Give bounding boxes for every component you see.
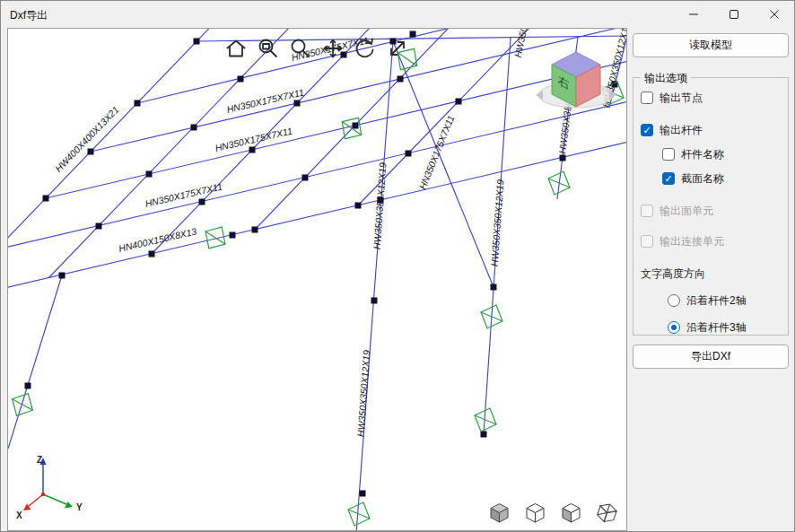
checkbox-box	[662, 172, 675, 185]
close-button[interactable]	[754, 1, 794, 28]
shaded-cube-icon	[487, 501, 511, 525]
beam-labels: HN350X175X7X11 HN350X175X7X11 HN350X175X…	[53, 29, 626, 437]
radio-circle	[668, 294, 680, 307]
close-icon	[769, 9, 780, 20]
radio-along-member-axis3[interactable]: 沿着杆件3轴	[668, 320, 781, 335]
beam-label: HW350X350X12X19	[371, 162, 389, 250]
home-icon	[224, 37, 248, 60]
checkbox-box	[662, 148, 675, 161]
beam-lines	[8, 29, 626, 530]
text-height-direction-label: 文字高度方向	[641, 266, 781, 281]
axis-x-label: X	[16, 510, 22, 520]
pan-button[interactable]	[321, 37, 345, 60]
viewport-toolbar	[224, 37, 409, 60]
beam-label: HW350X350X12X19	[489, 179, 506, 267]
radio-label: 沿着杆件3轴	[686, 320, 747, 336]
fit-view-button[interactable]	[386, 37, 409, 60]
wireframe-scene: HN350X175X7X11 HN350X175X7X11 HN350X175X…	[8, 29, 626, 530]
beam-label: HN350X175X7X11	[144, 180, 223, 208]
wireframe-cube-icon	[595, 501, 619, 525]
checkbox-box	[641, 92, 653, 104]
output-options-group: 输出选项 输出节点 输出杆件 杆件名称 截面名称 输出面单元	[633, 77, 789, 336]
beam-label: HW350	[512, 29, 529, 58]
read-model-button[interactable]: 读取模型	[633, 33, 789, 57]
radio-circle	[668, 321, 680, 334]
axis-y-label: Y	[76, 502, 83, 512]
checkbox-label: 输出连接单元	[660, 234, 724, 249]
radio-along-member-axis2[interactable]: 沿着杆件2轴	[668, 293, 781, 308]
title-bar[interactable]: Dxf导出	[1, 1, 794, 28]
hidden-line-cube-icon	[559, 501, 583, 525]
checkbox-output-members[interactable]: 输出杆件	[641, 123, 781, 137]
beam-label: HW400X400X13X21	[53, 104, 121, 174]
checkbox-label: 输出面单元	[660, 204, 713, 219]
checkbox-member-names[interactable]: 杆件名称	[662, 147, 781, 161]
shaded-edges-view-button[interactable]	[522, 500, 547, 525]
export-dxf-button[interactable]: 导出DXf	[633, 344, 789, 369]
node-markers	[25, 31, 618, 497]
options-panel: 读取模型 输出选项 输出节点 输出杆件 杆件名称 截面名称 输出面单元	[627, 28, 794, 531]
zoom-window-icon	[257, 37, 280, 60]
checkbox-output-connection-elements: 输出连接单元	[641, 234, 781, 249]
wireframe-view-button[interactable]	[594, 500, 619, 525]
shaded-edges-cube-icon	[523, 501, 547, 525]
window-title: Dxf导出	[10, 8, 48, 23]
maximize-icon	[729, 9, 739, 20]
hidden-line-view-button[interactable]	[558, 500, 583, 525]
maximize-button[interactable]	[713, 1, 754, 28]
beam-label: HW350X350X12X19	[355, 350, 372, 438]
checkbox-section-names[interactable]: 截面名称	[662, 171, 781, 186]
checkbox-output-surface-elements: 输出面单元	[641, 204, 781, 218]
checkbox-label: 输出杆件	[660, 123, 703, 138]
fit-view-icon	[386, 37, 409, 60]
axis-z-label: Z	[37, 455, 42, 465]
shaded-view-button[interactable]	[486, 500, 511, 525]
pan-icon	[321, 37, 345, 60]
view-style-bar	[486, 500, 619, 525]
minimize-button[interactable]	[673, 1, 713, 28]
beam-label: HN350X175X7X11	[416, 114, 456, 191]
home-view-button[interactable]	[224, 37, 248, 60]
zoom-window-button[interactable]	[257, 37, 280, 60]
zoom-button[interactable]	[289, 37, 312, 60]
checkbox-box	[641, 124, 653, 136]
checkbox-label: 输出节点	[660, 91, 703, 106]
orbit-icon	[354, 37, 377, 60]
dxf-export-window: Dxf导出	[0, 0, 795, 532]
checkbox-label: 截面名称	[681, 171, 724, 187]
minimize-icon	[688, 9, 699, 20]
zoom-icon	[289, 37, 312, 60]
checkbox-box	[641, 205, 653, 217]
output-options-title: 输出选项	[641, 71, 691, 86]
beam-label: HN400X150X8X13	[118, 225, 197, 254]
section-label: 文字高度方向	[641, 266, 705, 282]
model-viewport[interactable]: HN350X175X7X11 HN350X175X7X11 HN350X175X…	[7, 28, 627, 531]
orbit-button[interactable]	[354, 37, 377, 60]
radio-label: 沿着杆件2轴	[686, 293, 747, 309]
checkbox-box	[641, 235, 653, 248]
checkbox-output-nodes[interactable]: 输出节点	[641, 91, 781, 105]
axis-triad: Z Y X	[16, 455, 83, 520]
checkbox-label: 杆件名称	[681, 147, 724, 162]
